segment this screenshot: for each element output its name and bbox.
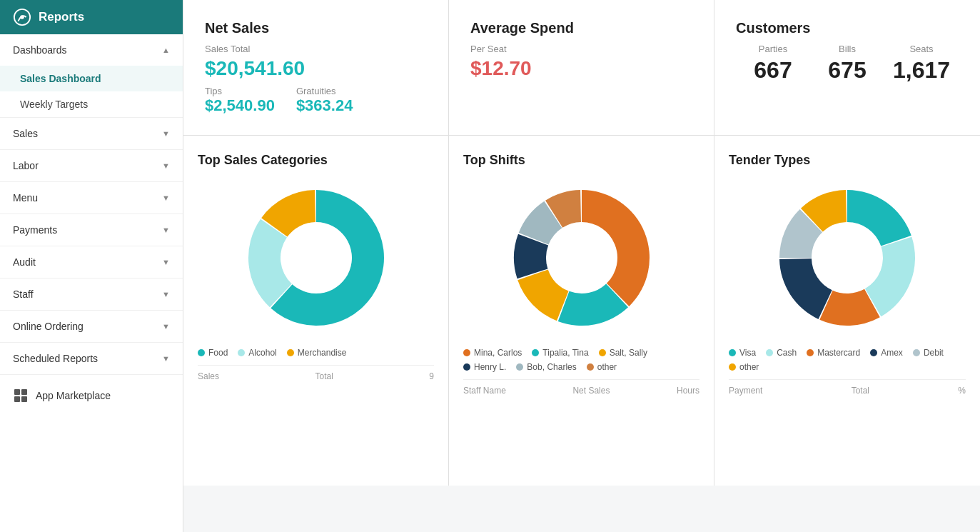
sales-total-value: $20,541.60 <box>205 57 427 80</box>
top-sales-categories-card: Top Sales Categories Food Alcohol Mercha… <box>183 136 449 486</box>
seats-label: Seats <box>884 44 959 54</box>
bills-value: 675 <box>810 57 884 84</box>
sidebar-section-header-dashboards[interactable]: Dashboards▲ <box>0 34 183 66</box>
net-sales-title: Net Sales <box>205 20 427 36</box>
footer-sales: Sales <box>198 371 219 381</box>
sidebar-section-label-scheduled-reports: Scheduled Reports <box>13 353 98 364</box>
footer-total2: Total <box>852 386 869 396</box>
sidebar-section-label-online-ordering: Online Ordering <box>13 321 84 332</box>
sidebar-section-label-menu: Menu <box>13 192 38 204</box>
sidebar-section-header-payments[interactable]: Payments▼ <box>0 214 183 246</box>
sidebar-section-dashboards: Dashboards▲Sales DashboardWeekly Targets <box>0 34 183 118</box>
tender-types-footer: Payment Total % <box>729 379 966 396</box>
sidebar-section-label-staff: Staff <box>13 288 34 300</box>
chevron-scheduled-reports: ▼ <box>162 354 170 363</box>
footer-hours: Hours <box>677 386 699 396</box>
top-shifts-card: Top Shifts Mina, Carlos Tipalia, Tina Sa… <box>449 136 714 486</box>
chevron-labor: ▼ <box>162 161 170 170</box>
sidebar-section-label-dashboards: Dashboards <box>13 44 67 56</box>
sidebar-section-header-scheduled-reports[interactable]: Scheduled Reports▼ <box>0 343 183 374</box>
top-sales-categories-title: Top Sales Categories <box>198 153 434 168</box>
sidebar-item-sales-dashboard[interactable]: Sales Dashboard <box>0 66 183 91</box>
customers-title: Customers <box>736 20 959 36</box>
sales-total-label: Sales Total <box>205 44 427 54</box>
gratuities-label: Gratuities <box>296 86 353 96</box>
customers-card: Customers Parties 667 Bills 675 Seats 1,… <box>714 0 980 135</box>
sidebar-section-label-labor: Labor <box>13 160 39 171</box>
top-sales-footer: Sales Total 9 <box>198 365 434 381</box>
tender-types-title: Tender Types <box>729 153 966 168</box>
sidebar-section-header-audit[interactable]: Audit▼ <box>0 246 183 278</box>
chevron-menu: ▼ <box>162 194 170 202</box>
legend-merchandise: Merchandise <box>298 348 347 358</box>
footer-net-sales: Net Sales <box>572 386 610 396</box>
chevron-sales: ▼ <box>162 129 170 138</box>
top-shifts-title: Top Shifts <box>463 153 699 168</box>
top-shifts-legend: Mina, Carlos Tipalia, Tina Salt, Sally H… <box>463 348 699 372</box>
parties-label: Parties <box>736 44 810 54</box>
top-shifts-footer: Staff Name Net Sales Hours <box>463 379 699 396</box>
sidebar-sections: Dashboards▲Sales DashboardWeekly Targets… <box>0 34 183 375</box>
per-seat-label: Per Seat <box>470 44 692 54</box>
tips-value: $2,540.90 <box>205 96 275 115</box>
marketplace-icon <box>13 388 29 403</box>
tender-types-donut <box>729 179 966 336</box>
average-spend-card: Average Spend Per Seat $12.70 <box>449 0 714 135</box>
svg-rect-3 <box>21 389 27 395</box>
sidebar-title: Reports <box>39 10 84 24</box>
footer-total: Total <box>315 371 333 381</box>
top-sales-donut <box>198 179 434 336</box>
net-sales-card: Net Sales Sales Total $20,541.60 Tips $2… <box>183 0 449 135</box>
parties-value: 667 <box>736 57 810 84</box>
seats-value: 1,617 <box>884 57 959 84</box>
sidebar-section-header-online-ordering[interactable]: Online Ordering▼ <box>0 311 183 342</box>
sidebar-section-online-ordering: Online Ordering▼ <box>0 311 183 343</box>
sidebar-section-label-sales: Sales <box>13 128 38 139</box>
footer-staff: Staff Name <box>463 386 506 396</box>
sidebar: Reports Dashboards▲Sales DashboardWeekly… <box>0 0 183 532</box>
gratuities-value: $363.24 <box>296 96 353 115</box>
footer-payment: Payment <box>729 386 762 396</box>
sidebar-section-header-staff[interactable]: Staff▼ <box>0 278 183 310</box>
sidebar-header: Reports <box>0 0 183 34</box>
chevron-staff: ▼ <box>162 290 170 298</box>
chevron-payments: ▼ <box>162 226 170 234</box>
chevron-audit: ▼ <box>162 258 170 266</box>
chevron-online-ordering: ▼ <box>162 322 170 331</box>
chevron-dashboards: ▲ <box>162 46 170 54</box>
sidebar-section-sales: Sales▼ <box>0 118 183 150</box>
sidebar-section-label-audit: Audit <box>13 256 36 268</box>
svg-rect-2 <box>14 389 20 395</box>
main-content: Net Sales Sales Total $20,541.60 Tips $2… <box>183 0 980 532</box>
sidebar-section-menu: Menu▼ <box>0 182 183 214</box>
sidebar-item-weekly-targets[interactable]: Weekly Targets <box>0 91 183 117</box>
legend-food: Food <box>208 348 228 358</box>
sidebar-section-labor: Labor▼ <box>0 150 183 182</box>
sidebar-section-label-payments: Payments <box>13 224 57 236</box>
average-spend-title: Average Spend <box>470 20 692 36</box>
sidebar-section-payments: Payments▼ <box>0 214 183 246</box>
svg-point-7 <box>547 224 616 292</box>
sidebar-section-staff: Staff▼ <box>0 278 183 311</box>
sidebar-section-scheduled-reports: Scheduled Reports▼ <box>0 343 183 375</box>
top-shifts-donut <box>463 179 699 336</box>
sidebar-section-header-labor[interactable]: Labor▼ <box>0 150 183 181</box>
sidebar-section-header-sales[interactable]: Sales▼ <box>0 118 183 149</box>
sidebar-section-audit: Audit▼ <box>0 246 183 278</box>
bills-label: Bills <box>810 44 884 54</box>
footer-pct: % <box>958 386 966 396</box>
app-marketplace-label: App Marketplace <box>36 390 111 401</box>
legend-alcohol: Alcohol <box>248 348 276 358</box>
metrics-row: Net Sales Sales Total $20,541.60 Tips $2… <box>183 0 980 136</box>
svg-point-8 <box>813 224 882 292</box>
charts-row: Top Sales Categories Food Alcohol Mercha… <box>183 136 980 486</box>
app-marketplace-item[interactable]: App Marketplace <box>0 375 183 416</box>
svg-rect-4 <box>14 396 20 402</box>
svg-point-6 <box>282 224 350 292</box>
sidebar-section-header-menu[interactable]: Menu▼ <box>0 182 183 214</box>
tips-label: Tips <box>205 86 275 96</box>
svg-rect-5 <box>21 396 27 402</box>
svg-point-1 <box>20 15 24 19</box>
per-seat-value: $12.70 <box>470 57 692 80</box>
reports-icon <box>13 8 31 26</box>
